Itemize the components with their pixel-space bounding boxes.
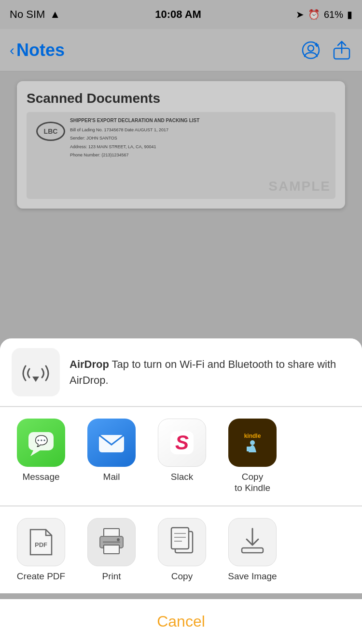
- action-item-print[interactable]: Print: [80, 518, 143, 582]
- actions-row: PDF Create PDF: [0, 506, 362, 593]
- airdrop-desc: Tap to turn on Wi-Fi and Bluetooth to sh…: [70, 358, 336, 386]
- svg-rect-15: [247, 447, 253, 451]
- kindle-label: Copy to Kindle: [235, 472, 270, 494]
- action-item-copy[interactable]: Copy: [151, 518, 213, 582]
- svg-rect-28: [242, 548, 263, 553]
- copy-icon-box: [158, 518, 206, 566]
- svg-marker-7: [30, 450, 40, 456]
- svg-text:💬: 💬: [35, 434, 48, 448]
- create-pdf-icon-box: PDF: [17, 518, 65, 566]
- airdrop-icon: [19, 355, 53, 389]
- slack-label: Slack: [171, 472, 193, 483]
- kindle-icon: kindle: [228, 419, 277, 467]
- svg-text:PDF: PDF: [35, 541, 47, 548]
- print-icon-box: [87, 518, 136, 566]
- copy-icon: [168, 527, 195, 558]
- app-item-messages[interactable]: 💬 Message: [10, 419, 72, 483]
- action-item-create-pdf[interactable]: PDF Create PDF: [10, 518, 72, 582]
- airdrop-title: AirDrop: [70, 358, 109, 370]
- svg-point-14: [250, 440, 255, 445]
- app-item-mail[interactable]: Mail: [80, 419, 143, 483]
- svg-point-21: [117, 538, 120, 541]
- save-image-icon-box: [228, 518, 277, 566]
- mail-icon: [87, 419, 136, 467]
- cancel-button[interactable]: Cancel: [0, 599, 362, 644]
- messages-icon: 💬: [17, 419, 65, 467]
- airdrop-description: AirDrop Tap to turn on Wi-Fi and Bluetoo…: [70, 356, 350, 388]
- print-label: Print: [102, 571, 121, 582]
- action-item-save-image[interactable]: Save Image: [221, 518, 284, 582]
- svg-rect-20: [103, 541, 120, 543]
- app-row: 💬 Message Mail: [0, 407, 362, 506]
- action-sheet: AirDrop Tap to turn on Wi-Fi and Bluetoo…: [0, 338, 362, 644]
- create-pdf-icon: PDF: [28, 528, 54, 557]
- airdrop-row[interactable]: AirDrop Tap to turn on Wi-Fi and Bluetoo…: [0, 338, 362, 406]
- save-image-label: Save Image: [228, 571, 277, 582]
- copy-label: Copy: [171, 571, 193, 582]
- mail-label: Mail: [103, 472, 120, 483]
- svg-text:S: S: [175, 431, 189, 454]
- messages-label: Message: [22, 472, 59, 483]
- slack-icon: S: [158, 419, 206, 467]
- app-item-slack[interactable]: S Slack: [151, 419, 213, 483]
- create-pdf-label: Create PDF: [17, 571, 65, 582]
- print-icon: [97, 528, 126, 557]
- airdrop-icon-box: [12, 348, 60, 396]
- svg-text:kindle: kindle: [244, 433, 261, 439]
- sheet-panel: AirDrop Tap to turn on Wi-Fi and Bluetoo…: [0, 338, 362, 593]
- svg-rect-23: [171, 528, 189, 549]
- svg-rect-19: [104, 545, 119, 554]
- save-image-icon: [240, 527, 265, 558]
- app-item-kindle[interactable]: kindle Copy to Kindle: [221, 419, 284, 494]
- cancel-container: Cancel: [0, 593, 362, 644]
